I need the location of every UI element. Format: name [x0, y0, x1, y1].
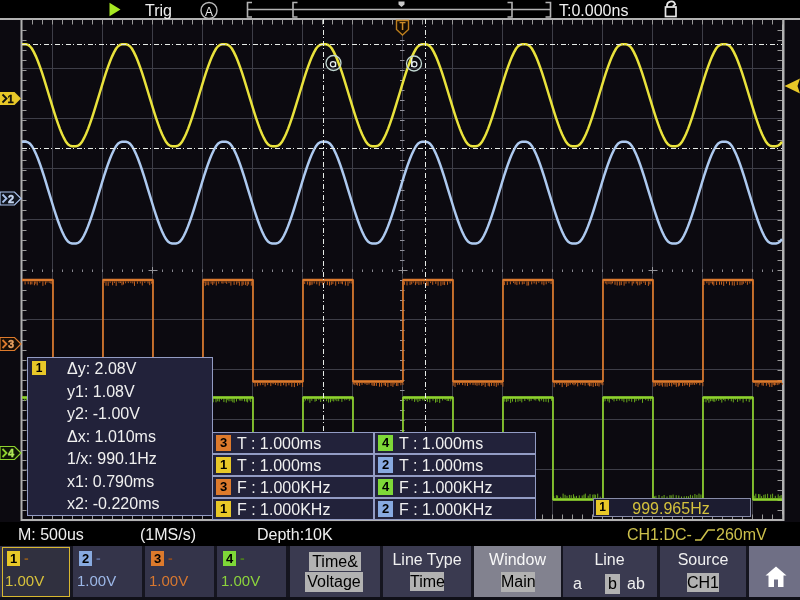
svg-text:A: A	[205, 5, 213, 19]
svg-text:T:0.000ns: T:0.000ns	[559, 2, 628, 19]
svg-text:1: 1	[7, 93, 13, 105]
svg-text:Trig: Trig	[145, 2, 172, 19]
svg-text:2: 2	[8, 193, 14, 205]
svg-text:T: T	[399, 21, 405, 32]
svg-text:4: 4	[8, 447, 15, 459]
svg-text:3: 3	[8, 338, 14, 350]
